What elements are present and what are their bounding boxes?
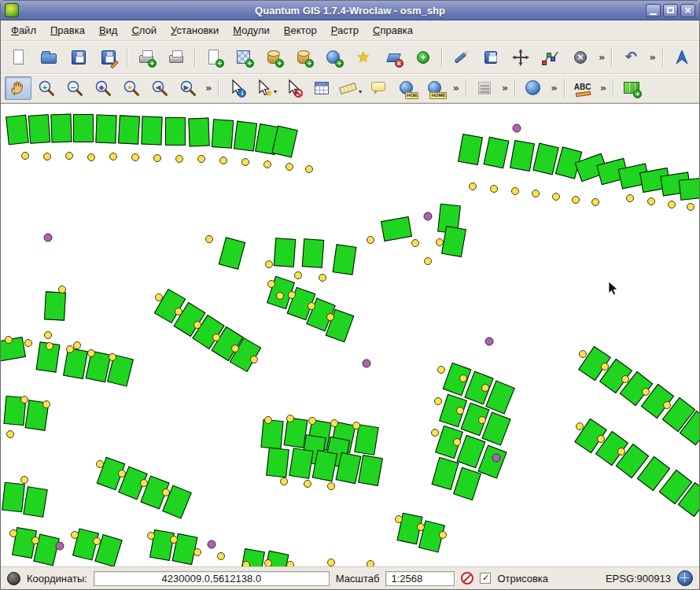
- menu-edit[interactable]: Правка: [43, 22, 92, 39]
- add-vector-layer-icon: +: [204, 48, 223, 67]
- menu-vector[interactable]: Вектор: [277, 22, 324, 39]
- point-feature: [197, 155, 205, 163]
- point-feature: [552, 193, 560, 201]
- zoom-in-button[interactable]: +: [33, 76, 60, 100]
- window-title: Quantum GIS 1.7.4-Wroclaw - osm_shp: [1, 5, 699, 17]
- maximize-button[interactable]: [663, 4, 678, 17]
- add-delimited-text-button[interactable]: +: [410, 46, 437, 69]
- identify-button[interactable]: i: [223, 76, 250, 100]
- point-feature: [21, 152, 29, 160]
- render-checkbox[interactable]: ✓: [480, 573, 491, 584]
- menu-layer[interactable]: Слой: [124, 22, 164, 39]
- plugins-toolbar-overflow-chevron[interactable]: »: [697, 46, 700, 69]
- point-feature: [579, 350, 587, 358]
- digitize-toolbar-overflow-chevron[interactable]: »: [595, 46, 608, 69]
- zoom-selection-button[interactable]: ★: [118, 76, 145, 100]
- dropdown-arrow-icon[interactable]: ▾: [274, 88, 277, 99]
- building-polygon: [289, 448, 313, 479]
- coordinates-field[interactable]: 4230009.0,5612138.0: [94, 571, 330, 586]
- menu-plugins[interactable]: Модули: [226, 22, 277, 39]
- point-feature: [193, 548, 201, 556]
- attribute-table-button[interactable]: [308, 76, 335, 100]
- purple-point-feature: [492, 454, 501, 463]
- north-arrow-button[interactable]: [669, 46, 695, 69]
- web-toolbar-overflow-chevron[interactable]: »: [547, 76, 560, 100]
- labeling-button[interactable]: ABC: [569, 76, 596, 100]
- crs-status-button[interactable]: [677, 570, 693, 586]
- minimize-button[interactable]: [646, 4, 661, 17]
- attributes-toolbar-overflow-chevron[interactable]: »: [449, 76, 462, 100]
- menu-file[interactable]: Файл: [4, 22, 43, 39]
- zoom-out-button[interactable]: −: [61, 76, 88, 100]
- delete-selected-button[interactable]: ×: [567, 46, 594, 69]
- web-button[interactable]: [520, 76, 547, 100]
- point-feature: [267, 280, 275, 288]
- close-button[interactable]: ×: [680, 4, 695, 17]
- point-feature: [24, 339, 32, 347]
- svg-text:−: −: [70, 83, 76, 91]
- measure-button[interactable]: ▾: [337, 76, 363, 100]
- new-print-composer-button[interactable]: +: [133, 46, 160, 69]
- navigation-toolbar-overflow-chevron[interactable]: »: [202, 76, 215, 100]
- menu-help[interactable]: Справка: [366, 22, 420, 39]
- save-project-button[interactable]: [65, 46, 92, 69]
- pan-tool-button[interactable]: [5, 76, 31, 100]
- save-project-as-button[interactable]: [95, 46, 122, 69]
- node-tool-button[interactable]: [537, 46, 564, 69]
- zoom-full-button[interactable]: ◆: [90, 76, 116, 100]
- open-project-button[interactable]: [35, 46, 62, 69]
- purple-point-feature: [424, 212, 433, 221]
- menu-view[interactable]: Вид: [92, 22, 125, 39]
- select-features-button[interactable]: ★▾: [252, 76, 278, 100]
- point-feature: [109, 153, 117, 160]
- menu-settings[interactable]: Установки: [164, 22, 226, 39]
- save-edits-button[interactable]: [477, 46, 504, 69]
- dropdown-arrow-icon[interactable]: ▾: [359, 88, 362, 99]
- undo-icon: ↶: [621, 48, 640, 67]
- zoom-next-button[interactable]: ▶: [175, 76, 201, 100]
- north-arrow-icon: [672, 48, 691, 67]
- new-bookmark-button[interactable]: НОВ: [393, 76, 420, 100]
- render-label: Отрисовка: [497, 573, 548, 584]
- pan-tool-icon: [9, 79, 28, 98]
- titlebar[interactable]: Quantum GIS 1.7.4-Wroclaw - osm_shp ×: [1, 1, 699, 20]
- add-wms-layer-button[interactable]: +: [320, 46, 347, 69]
- point-feature: [87, 153, 95, 161]
- point-feature: [647, 197, 655, 205]
- stop-rendering-icon[interactable]: [461, 572, 473, 584]
- menu-raster[interactable]: Растр: [324, 22, 366, 39]
- point-feature: [6, 430, 14, 438]
- annotation-icon: [475, 79, 494, 98]
- edit-toolbar-overflow-chevron[interactable]: »: [646, 46, 658, 69]
- point-feature: [71, 531, 79, 539]
- move-feature-button[interactable]: [507, 46, 534, 69]
- undo-button[interactable]: ↶: [617, 46, 644, 69]
- file-toolbar: ++++++★×+×»↶»»: [1, 41, 699, 74]
- add-postgis-layer-button[interactable]: +: [260, 46, 287, 69]
- building-polygon: [274, 238, 296, 267]
- add-raster-layer-button[interactable]: +: [230, 46, 257, 69]
- point-feature: [417, 523, 425, 531]
- composer-manager-button[interactable]: [163, 46, 190, 69]
- delete-selected-icon: ×: [571, 48, 590, 67]
- deselect-button[interactable]: [280, 76, 307, 100]
- new-project-button[interactable]: [6, 46, 32, 69]
- composer-manager-icon: [167, 48, 186, 67]
- add-spatialite-layer-button[interactable]: +: [290, 46, 317, 69]
- overview-map-button[interactable]: +: [618, 76, 645, 100]
- label-toolbar-overflow-chevron[interactable]: »: [597, 76, 610, 100]
- scale-field[interactable]: 1:2568: [385, 571, 455, 586]
- add-wfs-layer-button[interactable]: ★: [350, 46, 377, 69]
- show-bookmarks-button[interactable]: HOME: [422, 76, 448, 100]
- remove-layer-button[interactable]: ×: [380, 46, 407, 69]
- overview-map-icon: +: [622, 79, 641, 98]
- add-vector-layer-button[interactable]: +: [201, 46, 227, 69]
- annotation-toolbar-overflow-chevron[interactable]: »: [499, 76, 511, 100]
- toggle-editing-button[interactable]: [448, 46, 474, 69]
- zoom-out-icon: −: [65, 79, 84, 98]
- map-canvas[interactable]: [1, 103, 699, 566]
- map-tips-button[interactable]: [365, 76, 392, 100]
- annotation-button[interactable]: [471, 76, 498, 100]
- zoom-last-button[interactable]: ◀: [146, 76, 173, 100]
- building-polygon: [212, 119, 234, 149]
